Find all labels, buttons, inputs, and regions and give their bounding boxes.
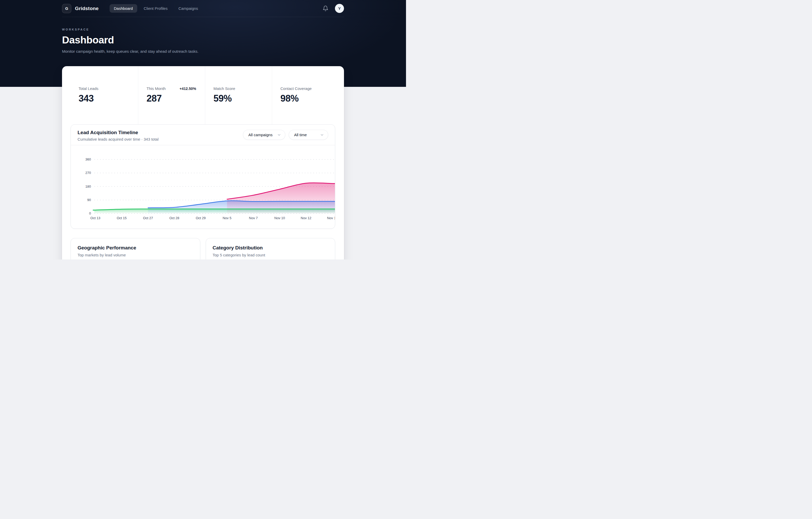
page-title: Dashboard: [62, 34, 344, 46]
header-right: Y: [322, 4, 344, 13]
nav-item-dashboard[interactable]: Dashboard: [110, 4, 137, 13]
x-axis-label: Oct 28: [170, 216, 179, 220]
brand-group: G Gridstone Dashboard Client Profiles Ca…: [62, 4, 202, 13]
stats-row: Total Leads 343 This Month +412.50% 287 …: [62, 66, 344, 124]
stat-match-score: Match Score 59%: [205, 66, 272, 124]
stat-this-month: This Month +412.50% 287: [138, 66, 205, 124]
y-axis-label: 360: [71, 157, 91, 162]
notifications-button[interactable]: [322, 5, 329, 12]
geographic-performance-card: Geographic Performance Top markets by le…: [70, 238, 200, 260]
card-title: Geographic Performance: [78, 245, 193, 251]
campaign-filter-value: All campaigns: [249, 133, 272, 137]
category-distribution-card: Category Distribution Top 5 categories b…: [206, 238, 336, 260]
campaign-filter-dropdown[interactable]: All campaigns: [243, 130, 285, 140]
stat-change-badge: +412.50%: [180, 87, 196, 91]
x-axis-label: Nov 17: [327, 216, 335, 220]
stat-label: Match Score: [213, 86, 235, 91]
x-axis-label: Nov 10: [274, 216, 285, 220]
card-subtitle: Top 5 categories by lead count: [213, 253, 328, 257]
chart-filters: All campaigns All time: [243, 130, 328, 140]
bell-icon: [322, 5, 328, 11]
top-nav-bar: G Gridstone Dashboard Client Profiles Ca…: [62, 0, 344, 17]
stat-value: 287: [147, 93, 205, 104]
lead-acquisition-card: Lead Acquisition Timeline Cumulative lea…: [70, 124, 335, 229]
app-logo: G: [62, 4, 71, 13]
brand-name: Gridstone: [75, 6, 99, 11]
user-avatar[interactable]: Y: [335, 4, 344, 13]
page-subtitle: Monitor campaign health, keep queues cle…: [62, 49, 344, 54]
nav-item-client-profiles[interactable]: Client Profiles: [139, 4, 172, 13]
stat-label: Total Leads: [79, 86, 98, 91]
stat-total-leads: Total Leads 343: [62, 66, 138, 124]
workspace-eyebrow: WORKSPACE: [62, 28, 344, 31]
x-axis-label: Oct 15: [117, 216, 127, 220]
y-axis-label: 90: [71, 198, 91, 202]
dashboard-main-card: Total Leads 343 This Month +412.50% 287 …: [62, 66, 344, 260]
nav-item-campaigns[interactable]: Campaigns: [174, 4, 202, 13]
y-axis-label: 180: [71, 184, 91, 189]
x-axis-label: Oct 27: [143, 216, 153, 220]
main-nav: Dashboard Client Profiles Campaigns: [110, 4, 203, 13]
stat-contact-coverage: Contact Coverage 98%: [272, 66, 344, 124]
card-subtitle: Top markets by lead volume: [78, 253, 193, 257]
x-axis-label: Nov 7: [249, 216, 258, 220]
time-filter-dropdown[interactable]: All time: [289, 130, 328, 140]
hero-copy: WORKSPACE Dashboard Monitor campaign hea…: [62, 17, 344, 54]
stat-label: Contact Coverage: [281, 86, 312, 91]
bottom-cards-row: Geographic Performance Top markets by le…: [70, 238, 335, 260]
x-axis-label: Oct 13: [90, 216, 100, 220]
chevron-down-icon: [320, 133, 324, 137]
chart-plot-area: 090180270360 Oct 13Oct 15Oct 27Oct 28Oct…: [71, 145, 335, 229]
x-axis-label: Nov 12: [301, 216, 312, 220]
stat-value: 59%: [213, 93, 272, 104]
stat-label: This Month: [147, 86, 166, 91]
time-filter-value: All time: [294, 133, 307, 137]
chart-header: Lead Acquisition Timeline Cumulative lea…: [71, 124, 335, 145]
stat-value: 343: [79, 93, 138, 104]
chevron-down-icon: [277, 133, 281, 137]
card-title: Category Distribution: [213, 245, 328, 251]
x-axis-label: Oct 29: [196, 216, 205, 220]
stat-value: 98%: [281, 93, 344, 104]
y-axis-label: 0: [71, 211, 91, 216]
y-axis-label: 270: [71, 171, 91, 175]
x-axis-label: Nov 5: [223, 216, 231, 220]
